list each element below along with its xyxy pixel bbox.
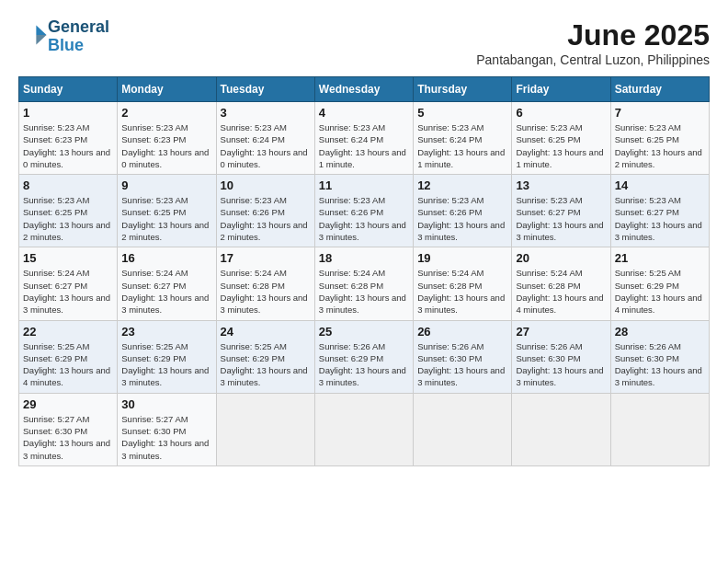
svg-marker-0 — [36, 25, 46, 35]
calendar-cell: 4Sunrise: 5:23 AMSunset: 6:24 PMDaylight… — [314, 102, 413, 175]
day-info: Sunrise: 5:24 AMSunset: 6:28 PMDaylight:… — [221, 267, 311, 316]
calendar-cell: 23Sunrise: 5:25 AMSunset: 6:29 PMDayligh… — [118, 320, 216, 393]
day-number: 16 — [121, 251, 211, 265]
calendar-cell: 28Sunrise: 5:26 AMSunset: 6:30 PMDayligh… — [610, 320, 709, 393]
day-info: Sunrise: 5:23 AMSunset: 6:26 PMDaylight:… — [319, 194, 409, 243]
calendar-cell — [512, 393, 610, 465]
calendar-cell: 7Sunrise: 5:23 AMSunset: 6:25 PMDaylight… — [610, 102, 709, 175]
calendar-cell: 18Sunrise: 5:24 AMSunset: 6:28 PMDayligh… — [314, 247, 413, 320]
title-block: June 2025 Pantabangan, Central Luzon, Ph… — [476, 18, 710, 67]
day-number: 11 — [319, 178, 409, 192]
calendar-cell: 19Sunrise: 5:24 AMSunset: 6:28 PMDayligh… — [414, 247, 512, 320]
day-number: 19 — [417, 251, 507, 265]
calendar-cell: 15Sunrise: 5:24 AMSunset: 6:27 PMDayligh… — [19, 247, 118, 320]
weekday-header-monday: Monday — [118, 77, 216, 102]
calendar-cell: 10Sunrise: 5:23 AMSunset: 6:26 PMDayligh… — [216, 175, 314, 247]
day-info: Sunrise: 5:23 AMSunset: 6:25 PMDaylight:… — [23, 194, 113, 243]
day-number: 21 — [615, 251, 705, 265]
calendar-cell: 8Sunrise: 5:23 AMSunset: 6:25 PMDaylight… — [19, 175, 118, 247]
weekday-header-saturday: Saturday — [610, 77, 709, 102]
header: General Blue June 2025 Pantabangan, Cent… — [18, 18, 710, 67]
day-number: 27 — [516, 325, 606, 339]
day-info: Sunrise: 5:25 AMSunset: 6:29 PMDaylight:… — [615, 267, 705, 316]
day-info: Sunrise: 5:23 AMSunset: 6:25 PMDaylight:… — [121, 194, 211, 243]
day-number: 9 — [121, 178, 211, 192]
day-number: 29 — [23, 397, 113, 411]
day-info: Sunrise: 5:24 AMSunset: 6:27 PMDaylight:… — [23, 267, 113, 316]
day-info: Sunrise: 5:23 AMSunset: 6:25 PMDaylight:… — [615, 121, 705, 170]
day-info: Sunrise: 5:23 AMSunset: 6:23 PMDaylight:… — [121, 121, 211, 170]
day-info: Sunrise: 5:26 AMSunset: 6:30 PMDaylight:… — [615, 340, 705, 389]
calendar-week-row: 29Sunrise: 5:27 AMSunset: 6:30 PMDayligh… — [19, 393, 710, 465]
calendar-cell: 3Sunrise: 5:23 AMSunset: 6:24 PMDaylight… — [216, 102, 314, 175]
calendar-cell: 26Sunrise: 5:26 AMSunset: 6:30 PMDayligh… — [414, 320, 512, 393]
logo-general: General — [48, 18, 109, 37]
day-info: Sunrise: 5:24 AMSunset: 6:28 PMDaylight:… — [319, 267, 409, 316]
calendar-cell: 22Sunrise: 5:25 AMSunset: 6:29 PMDayligh… — [19, 320, 118, 393]
day-number: 18 — [319, 251, 409, 265]
day-number: 2 — [121, 106, 211, 120]
day-info: Sunrise: 5:26 AMSunset: 6:29 PMDaylight:… — [319, 340, 409, 389]
weekday-header-wednesday: Wednesday — [314, 77, 413, 102]
day-info: Sunrise: 5:23 AMSunset: 6:23 PMDaylight:… — [23, 121, 113, 170]
calendar-cell: 5Sunrise: 5:23 AMSunset: 6:24 PMDaylight… — [414, 102, 512, 175]
day-info: Sunrise: 5:26 AMSunset: 6:30 PMDaylight:… — [516, 340, 606, 389]
day-info: Sunrise: 5:23 AMSunset: 6:24 PMDaylight:… — [221, 121, 311, 170]
location-subtitle: Pantabangan, Central Luzon, Philippines — [476, 52, 710, 67]
calendar-cell: 2Sunrise: 5:23 AMSunset: 6:23 PMDaylight… — [118, 102, 216, 175]
calendar-cell: 24Sunrise: 5:25 AMSunset: 6:29 PMDayligh… — [216, 320, 314, 393]
logo-blue: Blue — [48, 37, 109, 55]
calendar-week-row: 22Sunrise: 5:25 AMSunset: 6:29 PMDayligh… — [19, 320, 710, 393]
calendar-cell — [610, 393, 709, 465]
calendar-cell: 6Sunrise: 5:23 AMSunset: 6:25 PMDaylight… — [512, 102, 610, 175]
weekday-header-tuesday: Tuesday — [216, 77, 314, 102]
day-info: Sunrise: 5:23 AMSunset: 6:24 PMDaylight:… — [417, 121, 507, 170]
calendar-cell — [314, 393, 413, 465]
svg-marker-1 — [36, 35, 46, 45]
calendar-cell: 17Sunrise: 5:24 AMSunset: 6:28 PMDayligh… — [216, 247, 314, 320]
day-number: 23 — [121, 325, 211, 339]
day-number: 30 — [121, 397, 211, 411]
day-info: Sunrise: 5:24 AMSunset: 6:28 PMDaylight:… — [516, 267, 606, 316]
day-info: Sunrise: 5:23 AMSunset: 6:24 PMDaylight:… — [319, 121, 409, 170]
calendar-cell: 21Sunrise: 5:25 AMSunset: 6:29 PMDayligh… — [610, 247, 709, 320]
day-number: 20 — [516, 251, 606, 265]
day-info: Sunrise: 5:25 AMSunset: 6:29 PMDaylight:… — [23, 340, 113, 389]
day-number: 6 — [516, 106, 606, 120]
day-info: Sunrise: 5:24 AMSunset: 6:28 PMDaylight:… — [417, 267, 507, 316]
day-number: 1 — [23, 106, 113, 120]
weekday-header-thursday: Thursday — [414, 77, 512, 102]
logo-icon — [22, 22, 48, 48]
calendar-cell: 25Sunrise: 5:26 AMSunset: 6:29 PMDayligh… — [314, 320, 413, 393]
day-info: Sunrise: 5:26 AMSunset: 6:30 PMDaylight:… — [417, 340, 507, 389]
calendar-week-row: 1Sunrise: 5:23 AMSunset: 6:23 PMDaylight… — [19, 102, 710, 175]
calendar-cell: 20Sunrise: 5:24 AMSunset: 6:28 PMDayligh… — [512, 247, 610, 320]
day-number: 3 — [221, 106, 311, 120]
weekday-header-sunday: Sunday — [19, 77, 118, 102]
logo: General Blue — [18, 18, 109, 55]
day-number: 24 — [221, 325, 311, 339]
day-number: 5 — [417, 106, 507, 120]
calendar-cell: 11Sunrise: 5:23 AMSunset: 6:26 PMDayligh… — [314, 175, 413, 247]
day-number: 10 — [221, 178, 311, 192]
day-number: 14 — [615, 178, 705, 192]
day-info: Sunrise: 5:23 AMSunset: 6:26 PMDaylight:… — [221, 194, 311, 243]
day-number: 12 — [417, 178, 507, 192]
calendar-cell: 14Sunrise: 5:23 AMSunset: 6:27 PMDayligh… — [610, 175, 709, 247]
day-info: Sunrise: 5:23 AMSunset: 6:27 PMDaylight:… — [516, 194, 606, 243]
day-number: 17 — [221, 251, 311, 265]
calendar-cell: 16Sunrise: 5:24 AMSunset: 6:27 PMDayligh… — [118, 247, 216, 320]
calendar-cell: 29Sunrise: 5:27 AMSunset: 6:30 PMDayligh… — [19, 393, 118, 465]
calendar-cell: 13Sunrise: 5:23 AMSunset: 6:27 PMDayligh… — [512, 175, 610, 247]
calendar-week-row: 15Sunrise: 5:24 AMSunset: 6:27 PMDayligh… — [19, 247, 710, 320]
calendar-header-row: SundayMondayTuesdayWednesdayThursdayFrid… — [19, 77, 710, 102]
calendar-cell: 27Sunrise: 5:26 AMSunset: 6:30 PMDayligh… — [512, 320, 610, 393]
day-info: Sunrise: 5:24 AMSunset: 6:27 PMDaylight:… — [121, 267, 211, 316]
calendar-cell — [216, 393, 314, 465]
calendar-cell: 30Sunrise: 5:27 AMSunset: 6:30 PMDayligh… — [118, 393, 216, 465]
day-number: 26 — [417, 325, 507, 339]
calendar-week-row: 8Sunrise: 5:23 AMSunset: 6:25 PMDaylight… — [19, 175, 710, 247]
calendar-cell: 12Sunrise: 5:23 AMSunset: 6:26 PMDayligh… — [414, 175, 512, 247]
calendar-cell: 1Sunrise: 5:23 AMSunset: 6:23 PMDaylight… — [19, 102, 118, 175]
day-number: 15 — [23, 251, 113, 265]
